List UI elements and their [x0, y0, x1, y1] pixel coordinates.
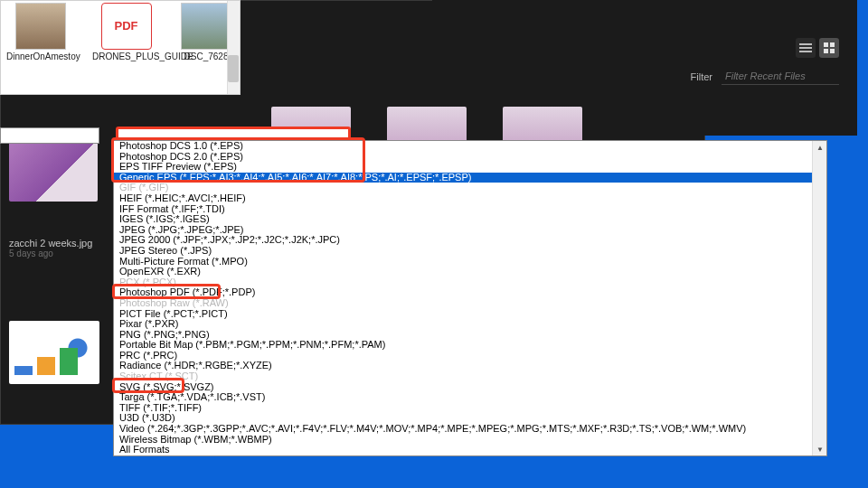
format-option[interactable]: Targa (*.TGA;*.VDA;*.ICB;*.VST) [114, 392, 826, 403]
explorer-file-label: DinnerOnAmestoy [6, 52, 74, 62]
format-option[interactable]: IGES (*.IGS;*.IGES) [114, 214, 826, 225]
format-option[interactable]: Scitex CT (*.SCT) [114, 371, 826, 382]
format-option[interactable]: Photoshop Raw (*.RAW) [114, 298, 826, 309]
format-option[interactable]: All Formats [114, 445, 826, 455]
svg-rect-4 [830, 42, 835, 47]
format-option[interactable]: JPEG 2000 (*.JPF;*.JPX;*.JP2;*.J2C;*.J2K… [114, 235, 826, 246]
explorer-file-label: DSC_7628 [178, 52, 234, 62]
recent-item-thumb [14, 330, 94, 375]
scroll-down-icon[interactable]: ▼ [813, 443, 827, 455]
file-thumb [181, 3, 231, 50]
recent-item-name: zacchi 2 weeks.jpg [9, 238, 98, 249]
format-dropdown: Photoshop DCS 1.0 (*.EPS)Photoshop DCS 2… [113, 140, 827, 456]
explorer-file-item[interactable]: DSC_7628 [178, 3, 234, 62]
recent-item[interactable]: zacchi 2 weeks.jpg 5 days ago [9, 136, 98, 258]
svg-rect-5 [824, 49, 828, 53]
explorer-scrollbar[interactable] [227, 1, 240, 94]
filter-label: Filter [691, 71, 712, 82]
view-list-button[interactable] [796, 38, 816, 58]
format-option[interactable]: IFF Format (*.IFF;*.TDI) [114, 204, 826, 215]
format-option[interactable]: Video (*.264;*.3GP;*.3GPP;*.AVC;*.AVI;*.… [114, 424, 826, 435]
pdf-icon: PDF [101, 3, 152, 50]
format-option[interactable]: HEIF (*.HEIC;*.AVCI;*.HEIF) [114, 193, 826, 204]
format-option[interactable]: Pixar (*.PXR) [114, 319, 826, 330]
explorer-file-item[interactable]: DinnerOnAmestoy [6, 3, 74, 62]
svg-rect-0 [799, 43, 812, 45]
svg-rect-1 [799, 47, 812, 49]
format-option[interactable]: PICT File (*.PCT;*.PICT) [114, 309, 826, 320]
format-option[interactable]: Wireless Bitmap (*.WBM;*.WBMP) [114, 435, 826, 446]
format-option[interactable]: OpenEXR (*.EXR) [114, 267, 826, 277]
scroll-up-icon[interactable]: ▲ [813, 141, 827, 154]
format-option[interactable]: TIFF (*.TIF;*.TIFF) [114, 403, 826, 414]
format-option[interactable]: Radiance (*.HDR;*.RGBE;*.XYZE) [114, 361, 826, 371]
format-option[interactable]: Portable Bit Map (*.PBM;*.PGM;*.PPM;*.PN… [114, 340, 826, 351]
svg-rect-2 [799, 51, 812, 52]
format-option[interactable]: Multi-Picture Format (*.MPO) [114, 257, 826, 267]
format-option[interactable]: JPEG Stereo (*.JPS) [114, 246, 826, 257]
recent-item[interactable] [9, 321, 99, 384]
dropdown-scrollbar[interactable]: ▲ ▼ [812, 141, 826, 455]
filename-input[interactable] [0, 127, 99, 144]
format-option[interactable]: Generic EPS (*.EPS;*.AI3;*.AI4;*.AI5;*.A… [114, 173, 826, 183]
file-thumb [15, 3, 66, 50]
view-grid-button[interactable] [819, 38, 839, 58]
explorer-file-label: DRONES_PLUS_GUIDE [92, 52, 160, 62]
recent-item-date: 5 days ago [9, 249, 98, 258]
svg-rect-3 [824, 42, 828, 47]
format-option[interactable]: Photoshop DCS 1.0 (*.EPS) [114, 141, 826, 152]
filter-input[interactable] [722, 68, 839, 85]
file-explorer-panel: DinnerOnAmestoyPDFDRONES_PLUS_GUIDEDSC_7… [0, 0, 241, 95]
svg-rect-6 [830, 49, 835, 53]
explorer-file-item[interactable]: PDFDRONES_PLUS_GUIDE [92, 3, 160, 62]
